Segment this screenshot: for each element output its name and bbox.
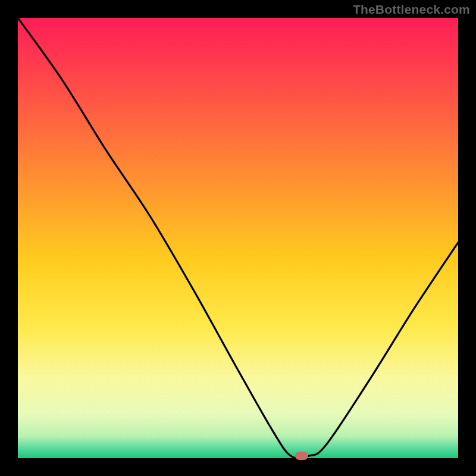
bottleneck-curve	[18, 18, 458, 458]
plot-area	[18, 18, 458, 458]
watermark-text: TheBottleneck.com	[353, 2, 470, 17]
optimal-marker	[295, 452, 308, 460]
chart-frame: TheBottleneck.com	[0, 0, 476, 476]
